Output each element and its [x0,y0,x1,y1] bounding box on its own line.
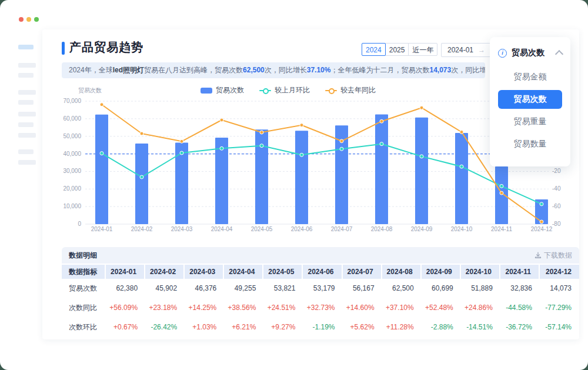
sidebar-item[interactable] [18,63,36,68]
point-较上月环比-2024-08[interactable] [380,142,383,146]
point-较去年同比-2024-02[interactable] [140,132,143,135]
summary-text: 次，同比增长 [265,66,307,74]
sidebar-item[interactable] [18,160,36,165]
sidebar-item[interactable] [18,73,34,78]
summary-highlight: 62,500 [243,66,265,74]
legend-item-贸易次数[interactable]: 贸易次数 [201,85,244,95]
point-较上月环比-2024-07[interactable] [340,147,343,151]
minimize-window-icon[interactable] [26,17,31,22]
point-较上月环比-2024-05[interactable] [260,144,263,148]
summary-banner: 2024年，全球led照明灯贸易在八月达到高峰，贸易次数62,500次，同比增长… [62,62,485,78]
row-label: 次数同比 [62,298,106,318]
point-较上月环比-2024-01[interactable] [100,152,103,155]
point-较上月环比-2024-04[interactable] [220,146,223,150]
summary-text: ；全年低峰为十二月，贸易次数 [330,66,429,74]
point-较去年同比-2024-04[interactable] [220,118,223,122]
point-较去年同比-2024-11[interactable] [500,191,503,195]
data-table-section: 数据明细 下载数据 数据指标2024-012024-022024-032024-… [62,247,579,337]
point-较去年同比-2024-12[interactable] [540,220,543,224]
table-cell: +6.21% [224,318,263,337]
legend-item-较上月环比[interactable]: 较上月环比 [259,85,310,95]
row-label: 次数环比 [62,318,106,337]
point-较去年同比-2024-10[interactable] [460,131,463,134]
left-axis-tick: 0 [78,221,81,227]
right-axis-tick: -80 [552,221,561,227]
point-较上月环比-2024-03[interactable] [180,151,183,155]
point-较去年同比-2024-05[interactable] [260,131,263,134]
chevron-up-icon[interactable] [555,49,563,58]
dropdown-option-贸易次数[interactable]: 贸易次数 [498,90,562,109]
bar-2024-11[interactable] [495,166,508,224]
column-header-index: 数据指标 [62,265,106,279]
left-axis-tick: 20,000 [63,185,81,192]
close-window-icon[interactable] [19,17,24,22]
bar-2024-01[interactable] [95,115,108,224]
filter-button-近一年[interactable]: 近一年 [408,43,437,56]
column-header: 2024-06 [303,265,342,279]
dropdown-option-贸易金额[interactable]: 贸易金额 [498,68,562,86]
bar-2024-04[interactable] [215,138,228,224]
column-header: 2024-10 [461,265,500,279]
download-data-button[interactable]: 下载数据 [534,251,572,261]
left-axis-tick: 30,000 [63,168,81,174]
table-row-次数同比: 次数同比+56.09%+23.18%+14.25%+38.56%+24.51%+… [62,298,579,318]
bar-2024-10[interactable] [455,133,468,224]
filter-button-2025[interactable]: 2025 [385,43,409,56]
point-较去年同比-2024-06[interactable] [300,124,303,127]
point-较去年同比-2024-01[interactable] [100,103,103,106]
point-较上月环比-2024-10[interactable] [460,165,463,168]
table-cell: +52.48% [422,298,461,318]
filter-button-2024[interactable]: 2024 [362,43,386,56]
table-cell: 53,821 [263,279,303,298]
dropdown-option-贸易重量[interactable]: 贸易重量 [498,112,562,131]
table-cell: 32,836 [500,279,540,298]
table-cell: 62,380 [106,279,145,298]
table-cell: +1.03% [185,318,224,337]
point-较上月环比-2024-06[interactable] [300,153,303,156]
sidebar-item[interactable] [18,133,36,138]
legend-item-较去年同比[interactable]: 较去年同比 [325,85,376,95]
sidebar-item[interactable] [18,149,34,154]
table-cell: +5.62% [343,318,382,337]
dropdown-header[interactable]: i 贸易次数 [490,45,570,64]
sidebar-item[interactable] [18,100,34,105]
x-axis-tick: 2024-12 [531,226,553,232]
column-header: 2024-07 [343,265,382,279]
summary-highlight: led照明灯 [113,66,144,74]
point-较去年同比-2024-07[interactable] [340,139,343,143]
summary-highlight: 14,073 [429,66,451,74]
table-body: 贸易次数62,38045,90246,37649,25553,82153,179… [62,279,579,337]
zoom-window-icon[interactable] [34,17,39,22]
point-较上月环比-2024-09[interactable] [420,155,423,158]
sidebar-item[interactable] [18,122,34,127]
point-较去年同比-2024-08[interactable] [380,119,383,123]
table-cell: -36.72% [500,318,540,337]
table-cell: 46,376 [185,279,224,298]
info-icon: i [498,49,507,58]
table-cell: 60,699 [422,279,461,298]
point-较上月环比-2024-12[interactable] [540,202,543,206]
point-较去年同比-2024-03[interactable] [180,139,183,143]
legend-line-swatch [259,88,271,94]
column-header: 2024-01 [106,265,145,279]
point-较去年同比-2024-09[interactable] [420,106,423,109]
sidebar-item[interactable] [18,90,36,95]
page-title: 产品贸易趋势 [69,39,143,55]
bar-2024-02[interactable] [135,144,148,224]
right-axis-tick: -20 [552,168,561,174]
x-axis-tick: 2024-06 [291,226,313,232]
sidebar-item-active[interactable] [18,45,34,49]
sidebar-item[interactable] [18,112,36,116]
point-较上月环比-2024-11[interactable] [500,184,503,188]
bar-2024-06[interactable] [295,131,308,224]
column-header: 2024-03 [185,265,224,279]
bar-2024-09[interactable] [415,118,428,224]
x-axis-tick: 2024-04 [211,226,233,232]
dropdown-option-贸易数量[interactable]: 贸易数量 [498,135,562,154]
x-axis-tick: 2024-07 [331,226,353,232]
download-icon [534,252,542,259]
column-header: 2024-09 [422,265,461,279]
bar-2024-08[interactable] [375,114,388,224]
point-较上月环比-2024-02[interactable] [140,175,143,179]
table-cell: +32.73% [303,298,342,318]
